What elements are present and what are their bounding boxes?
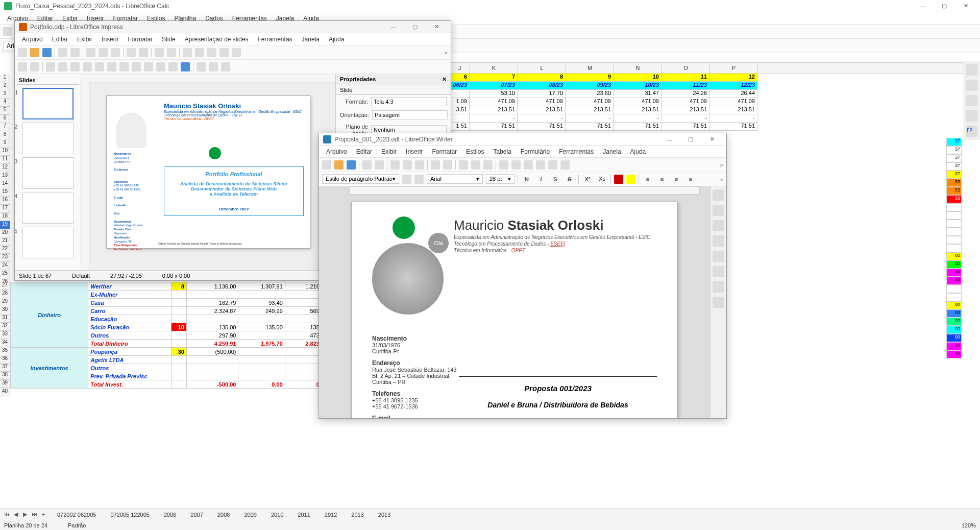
- cell[interactable]: 213,51: [566, 106, 614, 114]
- tab-add-icon[interactable]: +: [40, 511, 47, 518]
- pointer-icon[interactable]: [18, 62, 27, 71]
- bold-button[interactable]: N: [521, 174, 532, 185]
- callouts-icon[interactable]: [168, 62, 178, 71]
- cell[interactable]: 71 51: [518, 123, 566, 131]
- cell[interactable]: (500,00): [187, 348, 238, 356]
- cell[interactable]: 6: [449, 74, 470, 82]
- sheet-tab[interactable]: 2011: [293, 511, 314, 519]
- image-icon[interactable]: [511, 160, 521, 170]
- print-icon[interactable]: [70, 48, 80, 57]
- 3d-icon[interactable]: [181, 62, 190, 71]
- superscript-button[interactable]: X²: [582, 174, 593, 185]
- menu-item[interactable]: Janela: [599, 147, 625, 157]
- cell[interactable]: 213,51: [470, 106, 518, 114]
- row-header[interactable]: 22: [0, 246, 10, 254]
- sidebar-gallery-icon[interactable]: [966, 95, 977, 106]
- sidebar-gallery-icon[interactable]: [713, 220, 724, 231]
- row-header[interactable]: 31: [0, 315, 10, 323]
- col-header[interactable]: L: [518, 63, 566, 73]
- tab-next-icon[interactable]: ▶: [21, 511, 29, 518]
- slide-content[interactable]: Mauricio Stasiak Orloski Especialista em…: [106, 95, 310, 249]
- cell[interactable]: 24,26: [662, 90, 709, 98]
- slide-thumbnail-5[interactable]: 5: [22, 227, 74, 258]
- cell[interactable]: [449, 90, 470, 98]
- paragraph-style-combo[interactable]: Estilo de parágrafo Padrão▾: [322, 174, 399, 184]
- sidebar-navigator-icon[interactable]: [713, 235, 724, 247]
- menu-item[interactable]: Ajuda: [325, 34, 349, 44]
- cell[interactable]: Poupança: [88, 348, 171, 356]
- menu-item[interactable]: Inserir: [97, 34, 122, 44]
- row-header[interactable]: 16: [0, 197, 10, 205]
- new-icon[interactable]: [18, 48, 27, 57]
- cell[interactable]: 471,09: [662, 98, 709, 106]
- row-header[interactable]: 36: [0, 355, 10, 364]
- cell[interactable]: 1.975,70: [238, 340, 285, 348]
- cell[interactable]: 4.259,91: [187, 340, 238, 348]
- menu-item[interactable]: Inserir: [402, 147, 427, 157]
- new-style-icon[interactable]: [414, 175, 424, 184]
- align-left-button[interactable]: ≡: [642, 174, 653, 185]
- cell[interactable]: 30: [171, 348, 186, 356]
- row-header[interactable]: 28: [0, 290, 10, 298]
- row-header[interactable]: 37: [0, 364, 10, 372]
- row-header[interactable]: 13: [0, 172, 10, 180]
- row-header[interactable]: 11: [0, 156, 10, 164]
- slide-thumbnail-2[interactable]: 2: [22, 123, 74, 154]
- line-icon[interactable]: [46, 62, 55, 71]
- cell[interactable]: 1,09: [449, 98, 470, 106]
- minimize-button[interactable]: —: [383, 21, 404, 33]
- menu-item[interactable]: Arquivo: [18, 34, 47, 44]
- writer-page[interactable]: Mauricio Stasiak Orloski Especialista em…: [351, 202, 678, 418]
- minimize-button[interactable]: —: [659, 134, 679, 145]
- cell[interactable]: 213,51: [614, 106, 662, 114]
- arrow-icon[interactable]: [83, 62, 92, 71]
- find-icon[interactable]: [459, 160, 468, 170]
- align-justify-button[interactable]: ≡: [685, 174, 696, 185]
- cell[interactable]: Carro: [88, 307, 171, 315]
- row-header[interactable]: 10: [0, 148, 10, 156]
- sheet-tab[interactable]: 2009: [240, 511, 260, 519]
- sidebar-styles-icon[interactable]: [713, 205, 724, 216]
- row-header[interactable]: 2: [0, 82, 10, 90]
- row-header[interactable]: 21: [0, 237, 10, 246]
- maximize-button[interactable]: ▢: [405, 21, 425, 33]
- calc-grid[interactable]: J K L M N O P 6 7 8 9 10 11 12 06/23 07/…: [449, 62, 970, 139]
- sidebar-navigator-icon[interactable]: [966, 110, 977, 122]
- close-panel-icon[interactable]: ✕: [442, 76, 447, 83]
- cell[interactable]: 0,00: [238, 380, 285, 389]
- slide-thumbnail-3[interactable]: 3: [22, 157, 74, 189]
- col-header[interactable]: N: [614, 63, 662, 73]
- row-header[interactable]: 29: [0, 298, 10, 306]
- cell[interactable]: 135,00: [187, 323, 238, 331]
- cell[interactable]: -: [566, 114, 614, 123]
- cell[interactable]: 9: [566, 74, 614, 82]
- row-header[interactable]: 6: [0, 115, 10, 123]
- row-header[interactable]: 39: [0, 380, 10, 388]
- cell[interactable]: 12: [709, 74, 757, 82]
- row-header[interactable]: 33: [0, 331, 10, 339]
- save-icon[interactable]: [347, 160, 356, 170]
- menu-item[interactable]: Exibir: [73, 34, 96, 44]
- undo-icon[interactable]: [127, 48, 136, 57]
- cell[interactable]: 71 51: [614, 123, 662, 131]
- hyperlink-icon[interactable]: [560, 160, 570, 170]
- cell[interactable]: 213,51: [518, 106, 566, 114]
- overflow-icon[interactable]: »: [720, 176, 723, 182]
- cell[interactable]: 7: [470, 74, 518, 82]
- maximize-button[interactable]: ▢: [934, 1, 954, 12]
- menu-item[interactable]: Editar: [352, 147, 376, 157]
- col-header[interactable]: M: [566, 63, 614, 73]
- cell[interactable]: 93,40: [238, 299, 285, 307]
- maximize-button[interactable]: ▢: [680, 134, 701, 145]
- cell[interactable]: -: [518, 114, 566, 123]
- cell[interactable]: 10/23: [614, 82, 662, 90]
- sidebar-functions-icon[interactable]: ƒx: [966, 126, 977, 137]
- rotate-icon[interactable]: [197, 62, 206, 71]
- basic-shapes-icon[interactable]: [119, 62, 129, 71]
- cell[interactable]: 12/23: [709, 82, 757, 90]
- row-header[interactable]: 8: [0, 131, 10, 139]
- font-name-combo[interactable]: Arial▾: [427, 174, 483, 184]
- sheet-tab[interactable]: 2010: [267, 511, 287, 519]
- row-header[interactable]: 14: [0, 180, 10, 188]
- menu-item[interactable]: Formulário: [517, 147, 554, 157]
